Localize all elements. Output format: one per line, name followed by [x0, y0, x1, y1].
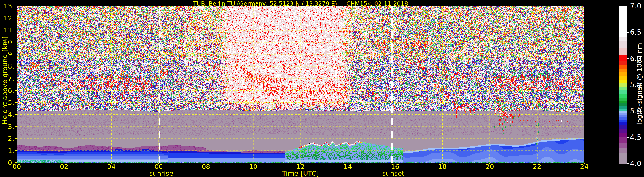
y-tick-label: 5. — [0, 99, 14, 106]
y-tick-label: 8. — [0, 63, 14, 70]
colorbar-tick-mark — [627, 85, 629, 85]
x-axis-label: Time [UTC] — [282, 170, 319, 177]
colorbar-segment — [619, 80, 627, 84]
plot-area — [17, 6, 584, 163]
colorbar-segment — [619, 72, 627, 76]
colorbar-segment — [619, 83, 627, 87]
colorbar-segment — [619, 117, 627, 120]
colorbar-segment — [619, 106, 627, 109]
x-tick-label: 16 — [391, 163, 399, 170]
y-tick-label: 11. — [0, 27, 14, 34]
y-tick-mark — [15, 126, 16, 127]
colorbar-segment — [619, 86, 627, 90]
y-tick-label: 7. — [0, 75, 14, 82]
y-tick-mark — [15, 90, 16, 91]
colorbar — [619, 6, 627, 164]
x-tick-label: 22 — [533, 163, 541, 170]
colorbar-segment — [619, 90, 627, 94]
y-tick-label: 0. — [0, 159, 14, 166]
x-tick-label: 20 — [486, 163, 494, 170]
colorbar-segment — [619, 143, 627, 148]
colorbar-segment — [619, 129, 627, 133]
colorbar-segment — [619, 54, 627, 61]
y-tick-label: 9. — [0, 51, 14, 58]
colorbar-tick-mark — [627, 163, 629, 164]
colorbar-tick-label: 6.5 — [630, 28, 641, 36]
colorbar-segment — [619, 122, 627, 125]
y-tick-label: 3. — [0, 123, 14, 130]
colorbar-segment — [619, 69, 627, 72]
colorbar-segment — [619, 41, 627, 48]
colorbar-segment — [619, 103, 627, 106]
y-tick-mark — [15, 18, 16, 18]
colorbar-tick-label: 4.5 — [630, 133, 641, 141]
y-tick-label: 1. — [0, 147, 14, 154]
x-tick-label: 14 — [344, 163, 352, 170]
x-tick-label: 12 — [296, 163, 305, 170]
heatmap-canvas — [17, 6, 584, 163]
colorbar-segment — [619, 119, 627, 122]
y-tick-mark — [15, 6, 16, 6]
y-tick-mark — [15, 30, 16, 30]
y-tick-mark — [15, 138, 16, 139]
colorbar-segment — [619, 6, 627, 37]
colorbar-tick-mark — [627, 58, 629, 59]
colorbar-segment — [619, 48, 627, 55]
y-tick-mark — [15, 66, 16, 66]
y-tick-label: 4. — [0, 111, 14, 118]
y-tick-label: 2. — [0, 135, 14, 142]
colorbar-label: log(rc-signal) @ 1064 nm — [636, 43, 643, 125]
y-tick-label: 6. — [0, 87, 14, 94]
colorbar-segment — [619, 37, 627, 42]
x-tick-label: 04 — [107, 163, 116, 170]
colorbar-segment — [619, 125, 627, 129]
colorbar-segment — [619, 113, 627, 115]
y-tick-mark — [15, 78, 16, 78]
colorbar-segment — [619, 76, 627, 80]
sunrise-annotation: sunrise — [149, 170, 174, 177]
colorbar-tick-mark — [627, 111, 629, 111]
page-title: TUB: Berlin TU (Germany; 52.5123 N / 13.… — [17, 1, 584, 7]
x-tick-label: 08 — [202, 163, 210, 170]
colorbar-segment — [619, 98, 627, 101]
colorbar-segment — [619, 148, 627, 153]
y-tick-mark — [15, 54, 16, 54]
x-tick-label: 10 — [249, 163, 257, 170]
colorbar-segment — [619, 153, 627, 164]
y-tick-mark — [15, 150, 16, 151]
colorbar-segment — [619, 133, 627, 137]
x-tick-label: 06 — [154, 163, 163, 170]
colorbar-tick-mark — [627, 137, 629, 138]
colorbar-segment — [619, 65, 627, 69]
sunset-annotation: sunset — [382, 170, 404, 177]
colorbar-tick-mark — [627, 6, 629, 7]
y-tick-mark — [15, 42, 16, 42]
x-tick-label: 00 — [12, 163, 21, 170]
y-tick-label: 10. — [0, 39, 14, 46]
y-tick-mark — [15, 102, 16, 103]
x-tick-label: 24 — [580, 163, 588, 170]
colorbar-segment — [619, 108, 627, 111]
colorbar-segment — [619, 61, 627, 65]
y-tick-label: 12. — [0, 14, 14, 22]
colorbar-tick-mark — [627, 32, 629, 33]
colorbar-segment — [619, 115, 627, 117]
colorbar-tick-label: 4.0 — [630, 160, 641, 168]
x-tick-label: 18 — [438, 163, 446, 170]
y-tick-mark — [15, 114, 16, 115]
colorbar-segment — [619, 137, 627, 143]
x-tick-label: 02 — [60, 163, 68, 170]
colorbar-segment — [619, 111, 627, 113]
colorbar-tick-label: 7.0 — [630, 2, 641, 10]
y-tick-label: 13. — [0, 2, 14, 10]
colorbar-segment — [619, 94, 627, 98]
colorbar-segment — [619, 101, 627, 103]
